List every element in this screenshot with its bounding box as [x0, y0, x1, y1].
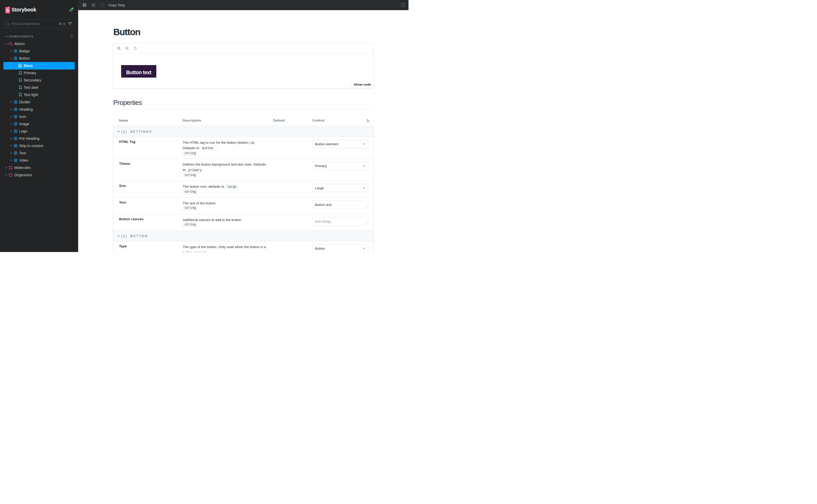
- svg-text:S: S: [6, 8, 9, 13]
